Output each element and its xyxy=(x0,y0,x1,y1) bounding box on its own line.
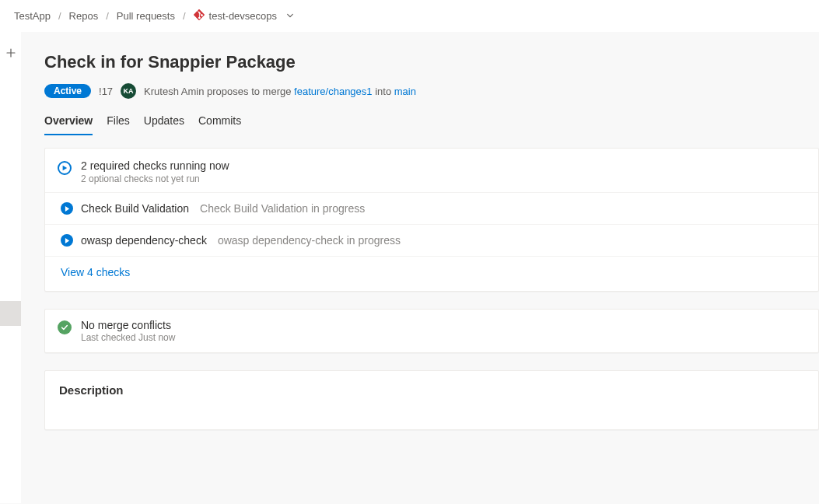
author-name: Krutesh Amin xyxy=(144,86,204,97)
breadcrumb-prs[interactable]: Pull requests xyxy=(117,10,175,22)
play-icon xyxy=(61,234,73,247)
breadcrumb: TestApp / Repos / Pull requests / test-d… xyxy=(0,0,819,32)
pr-merge-summary: Krutesh Amin proposes to merge feature/c… xyxy=(144,86,416,97)
status-badge: Active xyxy=(44,84,91,98)
check-name: owasp dependency-check xyxy=(81,234,207,247)
pr-meta: Active !17 KA Krutesh Amin proposes to m… xyxy=(44,83,819,99)
target-branch-link[interactable]: main xyxy=(394,86,416,97)
tab-overview[interactable]: Overview xyxy=(44,113,93,135)
checkmark-icon xyxy=(58,320,72,334)
breadcrumb-repo-picker[interactable]: test-devsecops xyxy=(194,9,294,23)
checks-card: 2 required checks running now 2 optional… xyxy=(44,148,819,292)
description-heading: Description xyxy=(59,383,804,397)
tab-commits[interactable]: Commits xyxy=(198,113,241,135)
pr-title: Check in for Snappier Package xyxy=(44,52,819,72)
merge-conflicts-card: No merge conflicts Last checked Just now xyxy=(44,309,819,353)
breadcrumb-repo-name: test-devsecops xyxy=(209,10,277,22)
merge-status-subtitle: Last checked Just now xyxy=(81,332,175,343)
check-row[interactable]: owasp dependency-check owasp dependency-… xyxy=(45,224,818,256)
source-branch-link[interactable]: feature/changes1 xyxy=(294,86,372,97)
checks-title: 2 required checks running now xyxy=(81,159,229,172)
left-rail xyxy=(0,32,21,503)
checks-subtitle: 2 optional checks not yet run xyxy=(81,173,229,184)
breadcrumb-sep: / xyxy=(58,10,61,22)
into-text: into xyxy=(375,86,391,97)
play-icon xyxy=(61,202,73,215)
rail-item[interactable] xyxy=(0,147,21,183)
check-row[interactable]: Check Build Validation Check Build Valid… xyxy=(45,192,818,224)
description-card: Description xyxy=(44,370,819,430)
view-all-checks-row: View 4 checks xyxy=(45,256,818,291)
pr-tabs: Overview Files Updates Commits xyxy=(44,113,819,135)
avatar[interactable]: KA xyxy=(121,83,136,99)
new-pr-button[interactable] xyxy=(4,46,18,60)
svg-marker-1 xyxy=(65,206,69,212)
rail-item-active[interactable] xyxy=(0,301,21,326)
view-all-checks-link[interactable]: View 4 checks xyxy=(61,266,130,278)
pr-id: !17 xyxy=(99,86,113,97)
running-icon xyxy=(58,161,72,175)
git-icon xyxy=(194,9,205,23)
check-status: owasp dependency-check in progress xyxy=(218,234,401,247)
svg-marker-0 xyxy=(63,166,68,170)
check-name: Check Build Validation xyxy=(81,202,189,215)
tab-files[interactable]: Files xyxy=(107,113,130,135)
chevron-down-icon xyxy=(286,10,294,22)
breadcrumb-sep: / xyxy=(183,10,186,22)
pr-content: Check in for Snappier Package Active !17… xyxy=(21,32,819,503)
breadcrumb-repos[interactable]: Repos xyxy=(69,10,99,22)
check-status: Check Build Validation in progress xyxy=(200,202,365,215)
svg-marker-2 xyxy=(65,238,69,243)
breadcrumb-app[interactable]: TestApp xyxy=(14,10,51,22)
merge-status-title: No merge conflicts xyxy=(81,319,175,331)
tab-updates[interactable]: Updates xyxy=(144,113,184,135)
breadcrumb-sep: / xyxy=(106,10,109,22)
proposes-text: proposes to merge xyxy=(207,86,291,97)
